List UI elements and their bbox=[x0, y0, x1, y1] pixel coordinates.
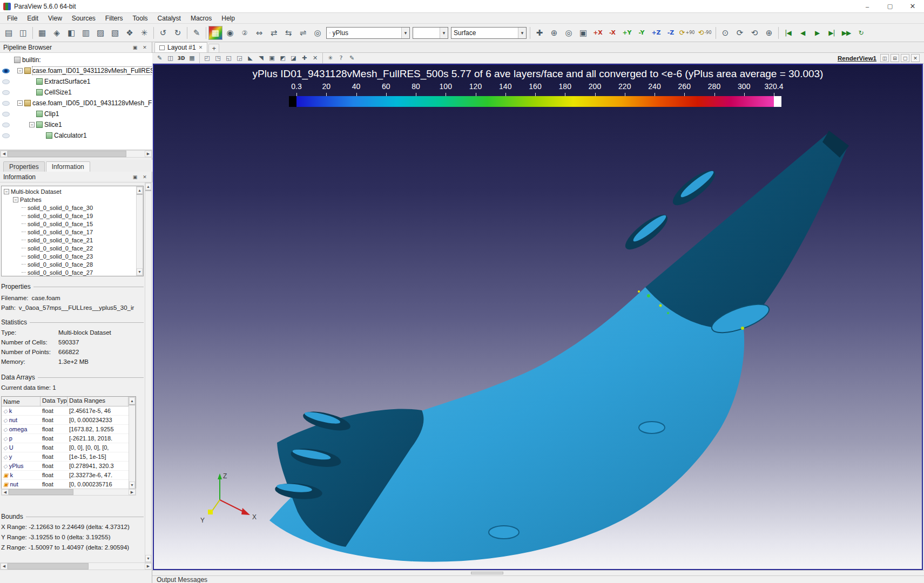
pick-center-icon[interactable]: ◎ bbox=[562, 26, 576, 40]
redo-icon[interactable]: ↻ bbox=[171, 26, 185, 40]
visibility-eye-icon[interactable] bbox=[2, 101, 10, 106]
float-dock-icon[interactable]: ▣ bbox=[131, 173, 139, 181]
set-view-minus-z-button[interactable]: -Z bbox=[664, 26, 678, 40]
pipeline-item-clip[interactable]: Clip1 bbox=[0, 109, 152, 119]
slice-filter-icon[interactable]: ▥ bbox=[79, 26, 93, 40]
scrollbar-thumb[interactable] bbox=[9, 489, 73, 495]
pipeline-item-cellsize[interactable]: CellSize1 bbox=[0, 87, 152, 98]
pipeline-item-case-id05[interactable]: − case.foam_ID05_ID01_9431128vMesh_F bbox=[0, 98, 152, 109]
pipeline-horizontal-scrollbar[interactable]: ◀ ▶ bbox=[0, 150, 152, 158]
pipeline-item-slice[interactable]: − Slice1 bbox=[0, 119, 152, 130]
visibility-eye-icon[interactable] bbox=[2, 123, 10, 127]
close-dock-icon[interactable]: ✕ bbox=[141, 173, 149, 181]
table-row[interactable]: ◇yPlus float [0.278941, 320.3 bbox=[2, 462, 129, 471]
tree-leaf[interactable]: solid_0_solid_0_face_23 bbox=[2, 252, 136, 260]
split-horizontal-icon[interactable]: ◫ bbox=[880, 54, 889, 62]
information-panel-scrollbar[interactable]: ▲ ▼ bbox=[145, 182, 152, 562]
pipeline-item-case-id01[interactable]: − case.foam_ID01_9431128vMesh_FullRES bbox=[0, 65, 152, 76]
close-view-icon[interactable]: ✕ bbox=[911, 54, 920, 62]
pipeline-item-label[interactable]: Calculator1 bbox=[54, 132, 87, 139]
calculator-filter-icon[interactable]: ▦ bbox=[35, 26, 49, 40]
table-row[interactable]: ◇U float [0, 0], [0, 0], [0, bbox=[2, 443, 129, 452]
menu-filters[interactable]: Filters bbox=[100, 13, 128, 24]
minimize-icon[interactable]: – bbox=[856, 0, 879, 12]
adjust-camera-icon[interactable]: ⊙ bbox=[718, 26, 732, 40]
select-cells-polygon-icon[interactable]: ◣ bbox=[245, 53, 255, 63]
color-by-combo[interactable]: ◦ yPlus ▾ bbox=[326, 27, 410, 39]
edit-colormap-icon[interactable]: ◉ bbox=[223, 26, 237, 40]
reset-center-icon[interactable]: ⊕ bbox=[547, 26, 561, 40]
tree-leaf[interactable]: solid_0_solid_0_face_15 bbox=[2, 220, 136, 228]
select-cells-through-icon[interactable]: ◱ bbox=[224, 53, 234, 63]
select-points-through-icon[interactable]: ◲ bbox=[234, 53, 245, 63]
tree-leaf[interactable]: solid_0_solid_0_face_19 bbox=[2, 212, 136, 220]
tree-leaf[interactable]: solid_0_solid_0_face_28 bbox=[2, 260, 136, 268]
pipeline-item-extractsurface[interactable]: ExtractSurface1 bbox=[0, 76, 152, 87]
splitter-handle-icon[interactable] bbox=[471, 572, 503, 574]
zoom-camera-icon[interactable]: ⊕ bbox=[762, 26, 776, 40]
scroll-down-icon[interactable]: ▼ bbox=[145, 555, 151, 562]
hover-query-icon[interactable]: ✚ bbox=[299, 53, 309, 63]
scroll-right-icon[interactable]: ▶ bbox=[129, 489, 136, 495]
rescale-data-range-icon[interactable]: ⇔ bbox=[252, 26, 266, 40]
bottom-splitter[interactable] bbox=[152, 570, 924, 575]
tree-item-patches[interactable]: − Patches bbox=[2, 195, 136, 204]
save-animation-icon[interactable]: ▦ bbox=[187, 53, 197, 63]
separate-colormap-icon[interactable]: ② bbox=[238, 26, 252, 40]
loop-icon[interactable]: ↻ bbox=[854, 26, 868, 40]
close-icon[interactable]: ✕ bbox=[901, 0, 924, 12]
open-file-icon[interactable]: ▤ bbox=[2, 26, 16, 40]
close-dock-icon[interactable]: ✕ bbox=[141, 44, 149, 51]
menu-edit[interactable]: Edit bbox=[22, 13, 43, 24]
rescale-temporal-range-icon[interactable]: ⇆ bbox=[281, 26, 295, 40]
dataset-tree-scrollbar[interactable]: ▲ ▼ bbox=[136, 186, 143, 276]
visibility-eye-icon[interactable] bbox=[2, 133, 10, 138]
zoom-to-data-icon[interactable]: ▣ bbox=[576, 26, 590, 40]
select-points-on-icon[interactable]: ◳ bbox=[213, 53, 223, 63]
annotate-icon[interactable]: ✎ bbox=[347, 53, 357, 63]
set-view-minus-x-button[interactable]: -X bbox=[605, 26, 619, 40]
column-header-ranges[interactable]: Data Ranges bbox=[68, 397, 129, 406]
toggle-color-legend-icon[interactable]: ◎ bbox=[311, 26, 325, 40]
expander-icon[interactable]: − bbox=[13, 197, 18, 202]
next-frame-icon[interactable]: ▶| bbox=[825, 26, 839, 40]
representation-combo[interactable]: Surface ▾ bbox=[451, 27, 527, 39]
interactive-select-points-icon[interactable]: ◪ bbox=[288, 53, 299, 63]
scrollbar-thumb[interactable] bbox=[8, 151, 126, 157]
expander-icon[interactable]: − bbox=[4, 189, 9, 194]
set-view-plus-z-button[interactable]: +Z bbox=[649, 26, 663, 40]
choose-colormap-icon[interactable]: ▦ bbox=[208, 26, 222, 40]
previous-frame-icon[interactable]: ◀ bbox=[795, 26, 810, 40]
contour-filter-icon[interactable]: ◈ bbox=[50, 26, 64, 40]
table-row[interactable]: ◇omega float [1673.82, 1.9255 bbox=[2, 425, 129, 434]
pipeline-item-label[interactable]: case.foam_ID05_ID01_9431128vMesh_F bbox=[32, 99, 152, 107]
column-header-type[interactable]: Data Type bbox=[41, 397, 68, 406]
visibility-eye-icon[interactable] bbox=[2, 90, 10, 95]
scrollbar-thumb[interactable] bbox=[8, 563, 89, 570]
table-row[interactable]: ▣nut float [0, 0.000235716 bbox=[2, 480, 129, 489]
save-screenshot-icon[interactable]: ◫ bbox=[165, 53, 176, 63]
tree-item-root[interactable]: − Multi-block Dataset bbox=[2, 187, 136, 195]
set-view-minus-y-button[interactable]: -Y bbox=[635, 26, 649, 40]
tree-leaf[interactable]: solid_0_solid_0_face_21 bbox=[2, 236, 136, 244]
visibility-eye-icon[interactable] bbox=[2, 79, 10, 84]
ruler-icon[interactable]: ✎ bbox=[190, 26, 204, 40]
pipeline-item-label[interactable]: case.foam_ID01_9431128vMesh_FullRES bbox=[32, 67, 152, 74]
pipeline-item-calculator[interactable]: Calculator1 bbox=[0, 130, 152, 141]
table-row[interactable]: ◇y float [1e-15, 1e-15] bbox=[2, 452, 129, 462]
rescale-visible-range-icon[interactable]: ⇌ bbox=[296, 26, 310, 40]
menu-tools[interactable]: Tools bbox=[128, 13, 153, 24]
menu-file[interactable]: File bbox=[2, 13, 22, 24]
extract-subset-icon[interactable]: ▧ bbox=[108, 26, 122, 40]
menu-help[interactable]: Help bbox=[217, 13, 240, 24]
pipeline-item-label[interactable]: Slice1 bbox=[44, 121, 62, 128]
tree-leaf[interactable]: solid_0_solid_0_face_22 bbox=[2, 244, 136, 252]
visibility-eye-icon[interactable] bbox=[2, 69, 10, 73]
component-combo[interactable]: ▾ bbox=[413, 27, 448, 39]
scrollbar-thumb[interactable] bbox=[137, 194, 143, 195]
menu-catalyst[interactable]: Catalyst bbox=[153, 13, 186, 24]
tree-leaf[interactable]: solid_0_solid_0_face_27 bbox=[2, 268, 136, 276]
select-block-icon[interactable]: ▣ bbox=[267, 53, 277, 63]
scroll-right-icon[interactable]: ▶ bbox=[145, 563, 152, 570]
table-vertical-scrollbar[interactable]: ▲ ▼ bbox=[129, 397, 136, 489]
